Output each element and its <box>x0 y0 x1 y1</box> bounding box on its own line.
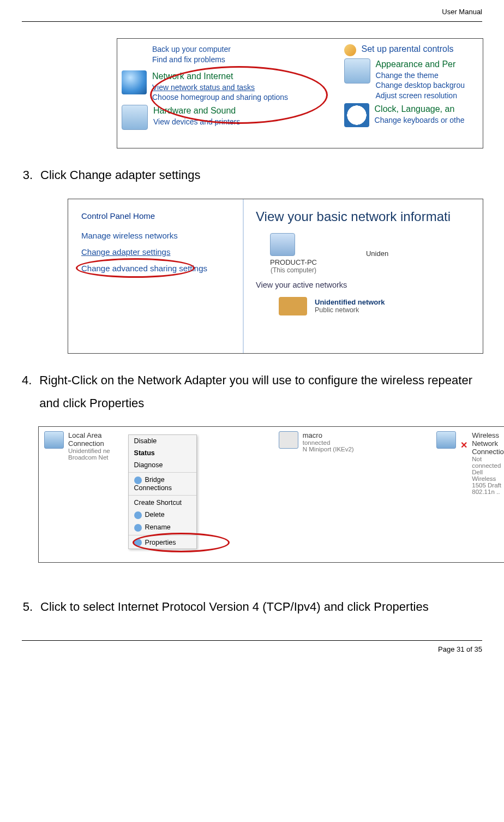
delete-icon <box>134 511 142 519</box>
shield-icon <box>344 44 356 56</box>
link-change-adapter[interactable]: Change adapter settings <box>81 247 234 258</box>
link-fix-problems[interactable]: Find and fix problems <box>152 55 231 65</box>
uniden-label: Uniden <box>366 249 388 258</box>
link-backup[interactable]: Back up your computer <box>152 44 231 55</box>
menu-diagnose[interactable]: Diagnose <box>129 459 196 471</box>
top-rule <box>22 21 482 22</box>
clock-icon <box>344 103 369 127</box>
doc-title: User Manual <box>442 8 482 16</box>
step-3-text: Click Change adapter settings <box>40 164 201 187</box>
highlight-oval-adapter <box>76 258 195 278</box>
lan-sub2: Broadcom Net <box>68 454 124 461</box>
bottom-rule <box>22 640 482 641</box>
menu-rename[interactable]: Rename <box>129 521 196 534</box>
category-clock[interactable]: Clock, Language, an <box>375 103 465 115</box>
lan-sub1: Unidentified ne <box>68 448 124 454</box>
pc-name: PRODUCT-PC <box>270 258 317 266</box>
disconnected-x-icon: ✕ <box>460 440 467 504</box>
wifi-sub2: Dell Wireless 1505 Draft 802.11n .. <box>472 469 504 495</box>
appearance-icon <box>344 58 370 84</box>
step-5-number: 5. <box>22 595 33 618</box>
context-menu: Disable Status Diagnose Bridge Connectio… <box>128 434 197 549</box>
link-keyboards[interactable]: Change keyboards or othe <box>375 115 465 126</box>
macro-sub2: N Miniport (IKEv2) <box>303 446 354 452</box>
step-4-text: Right-Click on the Network Adapter you w… <box>39 369 482 415</box>
link-theme[interactable]: Change the theme <box>376 70 465 81</box>
link-manage-wireless[interactable]: Manage wireless networks <box>81 230 234 241</box>
link-desktop-bg[interactable]: Change desktop backgrou <box>376 80 465 91</box>
globe-icon <box>122 70 147 94</box>
step-4: 4. Right-Click on the Network Adapter yo… <box>22 369 482 415</box>
bench-icon <box>279 297 307 315</box>
step-5: 5. Click to select Internet Protocol Ver… <box>22 595 482 618</box>
view-active-networks: View your active networks <box>256 281 483 289</box>
unidentified-network: Unidentified network <box>315 298 385 306</box>
macro-sub1: tonnected <box>303 439 354 446</box>
menu-status[interactable]: Status <box>129 447 196 459</box>
rename-icon <box>134 524 142 532</box>
wifi-sub1: Not connected <box>472 456 504 469</box>
step-5-text: Click to select Internet Protocol Versio… <box>40 595 429 618</box>
link-parental[interactable]: Set up parental controls <box>362 44 454 54</box>
macro-icon[interactable] <box>279 431 298 449</box>
menu-shortcut[interactable]: Create Shortcut <box>129 497 196 509</box>
public-network: Public network <box>315 306 385 314</box>
page-number: Page 31 of 35 <box>438 645 482 653</box>
computer-icon <box>270 233 295 256</box>
wifi-title: Wireless Network Connection <box>472 431 504 456</box>
screenshot-adapters: Local Area Connection Unidentified ne Br… <box>38 426 504 563</box>
macro-title: macro <box>303 431 354 439</box>
step-3: 3. Click Change adapter settings <box>22 164 482 187</box>
control-panel-home[interactable]: Control Panel Home <box>81 211 234 221</box>
menu-disable[interactable]: Disable <box>129 435 196 447</box>
heading-view-basic: View your basic network informati <box>256 209 483 224</box>
lan-title: Local Area Connection <box>68 431 124 448</box>
link-resolution[interactable]: Adjust screen resolution <box>376 91 465 101</box>
pc-sub: (This computer) <box>270 266 317 274</box>
menu-bridge[interactable]: Bridge Connections <box>129 474 196 494</box>
lan-icon[interactable] <box>44 431 64 449</box>
bridge-icon <box>134 476 142 484</box>
category-appearance[interactable]: Appearance and Per <box>376 58 465 70</box>
menu-delete[interactable]: Delete <box>129 509 196 521</box>
screenshot-control-panel: Back up your computer Find and fix probl… <box>117 38 483 148</box>
step-4-number: 4. <box>22 369 32 415</box>
wifi-icon[interactable] <box>436 431 456 449</box>
backup-icon <box>122 44 147 68</box>
step-3-number: 3. <box>22 164 33 187</box>
highlight-oval-network <box>150 66 328 124</box>
printer-icon <box>122 105 148 130</box>
screenshot-network-center: Control Panel Home Manage wireless netwo… <box>68 199 483 354</box>
